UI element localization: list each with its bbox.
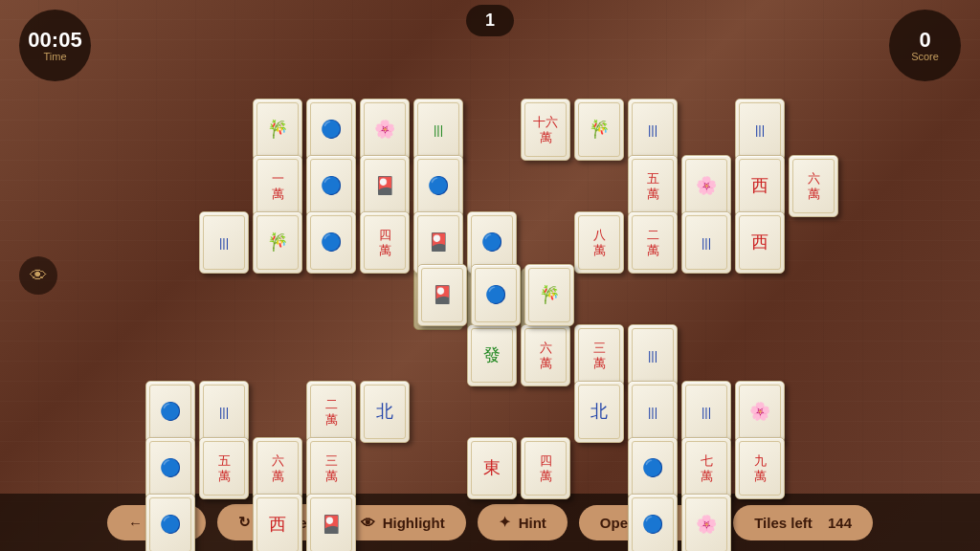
score-value: 0 — [919, 30, 930, 51]
mahjong-tile[interactable]: 🌸 — [360, 99, 410, 161]
mahjong-tile[interactable]: 🌸 — [681, 155, 731, 217]
mahjong-tile[interactable]: 🔵 — [306, 99, 356, 161]
score-display: 0 Score — [889, 10, 961, 81]
level-value: 1 — [485, 11, 495, 30]
mahjong-tile[interactable]: 四 萬 — [521, 437, 570, 499]
mahjong-tile[interactable]: 七 萬 — [681, 437, 731, 499]
mahjong-tile[interactable]: 🌸 — [681, 494, 731, 551]
mahjong-tile[interactable]: 東 — [467, 437, 517, 499]
hint-label: Hint — [519, 515, 546, 531]
mahjong-tile[interactable]: 🎋 — [574, 99, 624, 161]
mahjong-tile[interactable]: ||| — [681, 381, 731, 443]
mahjong-tile[interactable]: ||| — [199, 211, 249, 274]
eye-toggle-button[interactable]: 👁 — [19, 256, 57, 295]
shuffle-icon: ↻ — [238, 514, 251, 531]
mahjong-tile[interactable]: 🔵 — [628, 437, 678, 499]
game-board-area: 🎋🔵🌸|||一 萬🔵🎴🔵十六 萬🎋|||五 萬🌸|||西六 萬|||🎋🔵四 萬🎴… — [0, 86, 980, 494]
mahjong-tile[interactable]: ||| — [413, 99, 463, 161]
mahjong-tile[interactable]: 🔵 — [145, 494, 195, 551]
mahjong-tile[interactable]: 🔵 — [306, 211, 356, 274]
mahjong-tile[interactable]: 二 萬 — [628, 211, 678, 274]
mahjong-tile[interactable]: 一 萬 — [253, 155, 302, 217]
mahjong-tile[interactable]: 六 萬 — [521, 324, 570, 386]
mahjong-tile[interactable]: 🎴 — [306, 494, 356, 551]
mahjong-tile[interactable]: 🔵 — [628, 494, 678, 551]
hint-icon: ✦ — [499, 514, 511, 531]
mahjong-tile[interactable]: ||| — [735, 99, 785, 161]
mahjong-tile[interactable]: 二 萬 — [306, 381, 356, 443]
score-label: Score — [911, 51, 939, 62]
mahjong-tile[interactable]: 🎴 — [360, 155, 410, 217]
mahjong-tile[interactable]: 六 萬 — [253, 437, 302, 499]
tiles-left-value: 144 — [828, 515, 852, 531]
mahjong-tile[interactable]: 北 — [574, 381, 624, 443]
mahjong-tile[interactable]: 三 萬 — [574, 324, 624, 386]
mahjong-tile[interactable]: 三 萬 — [306, 437, 356, 499]
mahjong-tile[interactable]: 🎋 — [253, 99, 302, 161]
highlight-label: Highlight — [383, 515, 445, 531]
mahjong-tile[interactable]: 🎴 — [417, 264, 467, 326]
mahjong-tile[interactable]: 🔵 — [145, 437, 195, 499]
time-display: 00:05 Time — [19, 10, 91, 81]
mahjong-tile[interactable]: 西 — [735, 211, 785, 274]
mahjong-tile[interactable]: 十六 萬 — [521, 99, 570, 161]
mahjong-tile[interactable]: ||| — [681, 211, 731, 274]
board-container: 🎋🔵🌸|||一 萬🔵🎴🔵十六 萬🎋|||五 萬🌸|||西六 萬|||🎋🔵四 萬🎴… — [117, 89, 863, 491]
time-value: 00:05 — [28, 30, 81, 51]
mahjong-tile[interactable]: 🎋 — [253, 211, 302, 274]
mahjong-tile[interactable]: 🔵 — [413, 155, 463, 217]
level-badge: 1 — [466, 5, 514, 36]
time-label: Time — [43, 51, 66, 62]
mahjong-tile[interactable]: 八 萬 — [574, 211, 624, 274]
tiles-left-label: Tiles left — [754, 515, 813, 531]
tiles-left-display: Tiles left 144 — [733, 505, 873, 540]
mahjong-tile[interactable]: 🔵 — [145, 381, 195, 443]
mahjong-tile[interactable]: 西 — [253, 494, 302, 551]
highlight-icon: 👁 — [361, 515, 375, 531]
highlight-button[interactable]: 👁 Highlight — [340, 505, 466, 540]
mahjong-tile[interactable]: 🔵 — [471, 264, 521, 326]
mahjong-tile[interactable]: 六 萬 — [789, 155, 838, 217]
mahjong-tile[interactable]: 五 萬 — [199, 437, 249, 499]
mahjong-tile[interactable]: ||| — [628, 99, 678, 161]
mahjong-tile[interactable]: 🔵 — [306, 155, 356, 217]
mahjong-tile[interactable]: 四 萬 — [360, 211, 410, 274]
hint-button[interactable]: ✦ Hint — [478, 504, 568, 540]
mahjong-tile[interactable]: ||| — [199, 381, 249, 443]
mahjong-tile[interactable]: 🎋 — [524, 264, 574, 326]
eye-icon: 👁 — [30, 266, 47, 286]
mahjong-tile[interactable]: 北 — [360, 381, 410, 443]
mahjong-tile[interactable]: ||| — [628, 324, 678, 386]
back-icon: ← — [128, 515, 143, 531]
top-bar: 00:05 Time 1 0 Score — [0, 0, 980, 86]
mahjong-tile[interactable]: 西 — [735, 155, 785, 217]
mahjong-tile[interactable]: ||| — [628, 381, 678, 443]
mahjong-tile[interactable]: 五 萬 — [628, 155, 678, 217]
mahjong-tile[interactable]: 🌸 — [735, 381, 785, 443]
mahjong-tile[interactable]: 發 — [467, 324, 517, 386]
mahjong-tile[interactable]: 九 萬 — [735, 437, 785, 499]
